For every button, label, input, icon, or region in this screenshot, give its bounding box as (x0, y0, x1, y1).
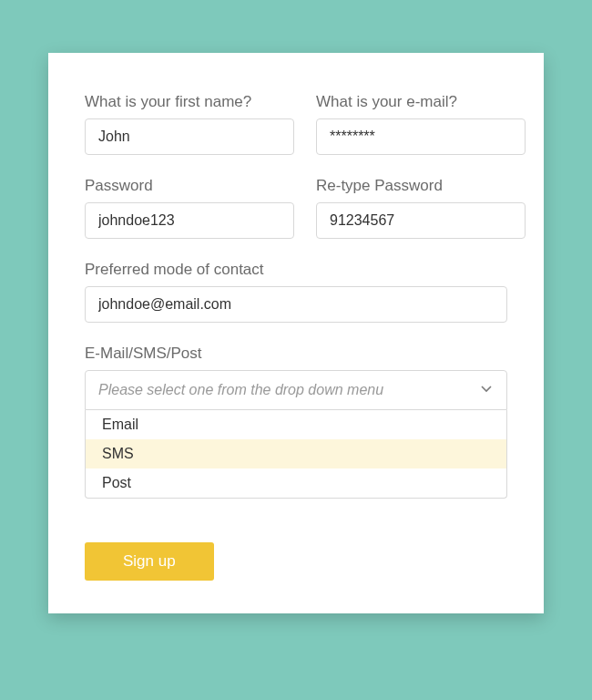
chevron-down-icon (479, 381, 494, 399)
preferred-contact-input[interactable] (85, 286, 507, 323)
contact-mode-select-head[interactable]: Please select one from the drop down men… (85, 370, 507, 410)
retype-password-input[interactable] (316, 202, 526, 239)
contact-mode-option-sms[interactable]: SMS (86, 439, 506, 468)
contact-mode-option-post[interactable]: Post (86, 468, 506, 498)
preferred-contact-label: Preferred mode of contact (85, 261, 507, 279)
contact-mode-options: EmailSMSPost (85, 410, 507, 499)
first-name-label: What is your first name? (85, 93, 294, 111)
contact-mode-placeholder: Please select one from the drop down men… (98, 382, 383, 397)
contact-mode-option-email[interactable]: Email (86, 410, 506, 439)
password-input[interactable] (85, 202, 294, 239)
email-input[interactable] (316, 118, 526, 155)
sign-up-button[interactable]: Sign up (85, 542, 214, 581)
contact-mode-select[interactable]: Please select one from the drop down men… (85, 370, 507, 499)
contact-mode-label: E-Mail/SMS/Post (85, 345, 507, 363)
first-name-input[interactable] (85, 118, 294, 155)
email-label: What is your e-mail? (316, 93, 526, 111)
password-label: Password (85, 177, 294, 195)
signup-card: What is your first name? What is your e-… (48, 53, 544, 613)
retype-password-label: Re-type Password (316, 177, 526, 195)
